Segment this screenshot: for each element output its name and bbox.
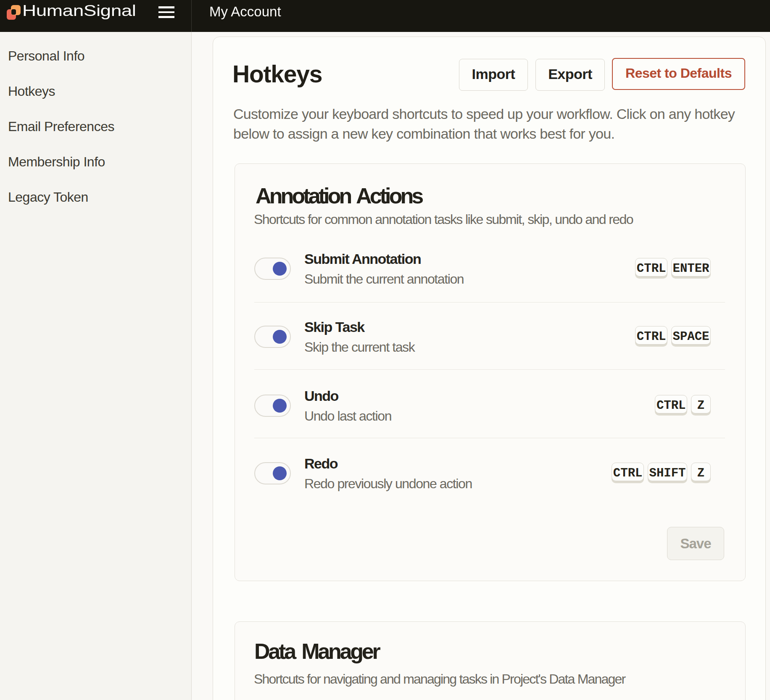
svg-text:HumanSignal: HumanSignal (22, 2, 136, 19)
